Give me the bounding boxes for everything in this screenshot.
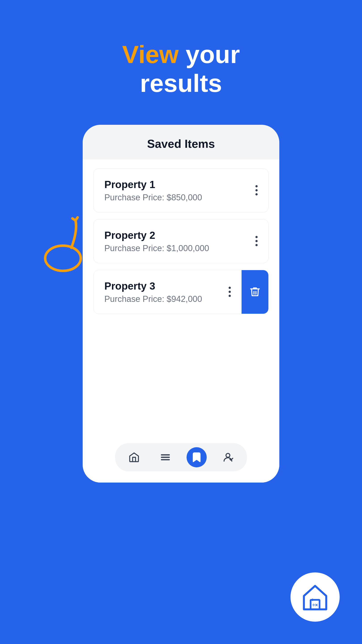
list-icon bbox=[160, 452, 171, 463]
app-logo-icon: ÷× +- bbox=[298, 580, 332, 614]
property-1-more-button[interactable] bbox=[255, 185, 258, 196]
property-1-name: Property 1 bbox=[104, 178, 202, 190]
property-2-info: Property 2 Purchase Price: $1,000,000 bbox=[104, 229, 209, 253]
svg-text:÷×: ÷× bbox=[312, 602, 318, 608]
property-card-3[interactable]: Property 3 Purchase Price: $942,000 bbox=[94, 270, 242, 314]
property-3-delete-button[interactable] bbox=[242, 270, 268, 314]
saved-items-title: Saved Items bbox=[147, 137, 215, 150]
dot bbox=[255, 236, 258, 238]
phone-content: Property 1 Purchase Price: $850,000 Prop… bbox=[83, 160, 279, 436]
dot bbox=[255, 189, 258, 192]
headline-highlight: View bbox=[122, 40, 179, 68]
app-logo: ÷× +- bbox=[291, 572, 340, 622]
dot bbox=[255, 244, 258, 246]
headline: View yourresults bbox=[122, 40, 240, 98]
svg-point-0 bbox=[45, 246, 81, 271]
dot bbox=[255, 185, 258, 188]
nav-bookmark[interactable] bbox=[187, 447, 207, 467]
nav-home[interactable] bbox=[124, 447, 144, 467]
property-3-price: Purchase Price: $942,000 bbox=[104, 294, 202, 304]
phone-bottom-nav bbox=[83, 436, 279, 482]
dot bbox=[229, 287, 231, 289]
header-section: View yourresults bbox=[122, 40, 240, 98]
dot bbox=[255, 193, 258, 196]
nav-bar bbox=[115, 443, 247, 471]
property-1-info: Property 1 Purchase Price: $850,000 bbox=[104, 178, 202, 202]
property-card-1[interactable]: Property 1 Purchase Price: $850,000 bbox=[93, 168, 269, 212]
property-3-info: Property 3 Purchase Price: $942,000 bbox=[104, 280, 202, 304]
property-2-name: Property 2 bbox=[104, 229, 209, 241]
property-3-name: Property 3 bbox=[104, 280, 202, 292]
phone-wrapper: Saved Items Property 1 Purchase Price: $… bbox=[0, 98, 362, 482]
dot bbox=[255, 240, 258, 242]
property-2-more-button[interactable] bbox=[255, 236, 258, 246]
property-1-price: Purchase Price: $850,000 bbox=[104, 193, 202, 202]
svg-point-4 bbox=[226, 453, 230, 457]
home-icon bbox=[128, 452, 140, 463]
profile-icon bbox=[222, 452, 234, 463]
property-card-2[interactable]: Property 2 Purchase Price: $1,000,000 bbox=[93, 219, 269, 263]
property-3-more-button[interactable] bbox=[229, 287, 231, 297]
property-card-3-swipe: Property 3 Purchase Price: $942,000 bbox=[93, 270, 269, 314]
dot bbox=[229, 295, 231, 297]
svg-text:+-: +- bbox=[311, 597, 316, 603]
property-2-price: Purchase Price: $1,000,000 bbox=[104, 244, 209, 253]
phone-mockup: Saved Items Property 1 Purchase Price: $… bbox=[83, 125, 279, 482]
trash-icon bbox=[249, 286, 261, 298]
dot bbox=[229, 291, 231, 293]
bookmark-icon bbox=[191, 452, 202, 463]
nav-list[interactable] bbox=[155, 447, 175, 467]
nav-profile[interactable] bbox=[218, 447, 238, 467]
phone-header: Saved Items bbox=[83, 125, 279, 160]
